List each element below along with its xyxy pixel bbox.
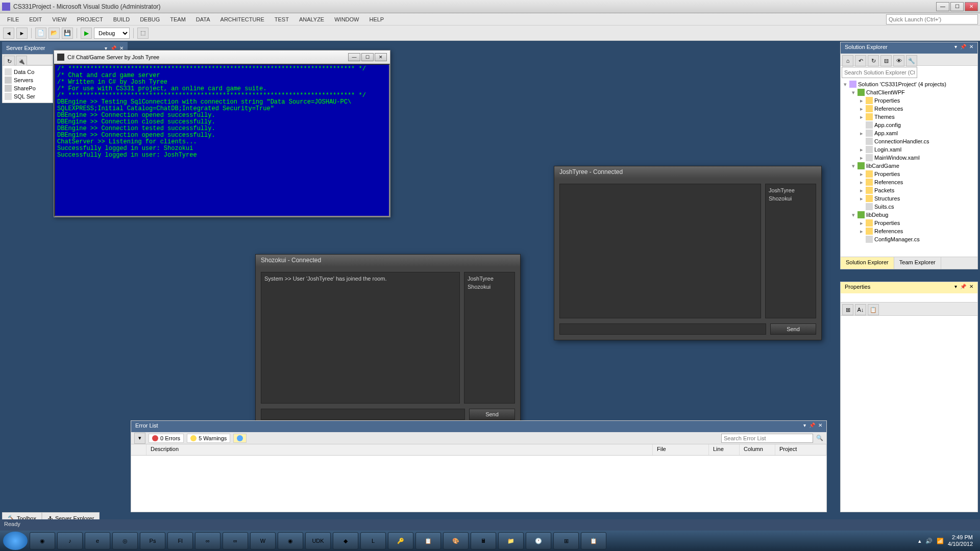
chat-user-item[interactable]: Shozokui — [768, 194, 814, 203]
close-icon[interactable]: ✕ — [969, 284, 973, 292]
taskbar-app-steam[interactable]: ◉ — [30, 532, 55, 549]
start-debug-button[interactable]: ▶ — [81, 28, 92, 39]
menu-build[interactable]: BUILD — [108, 15, 135, 24]
taskbar-app-itunes[interactable]: ♪ — [57, 532, 83, 549]
taskbar-app[interactable]: ∞ — [223, 532, 248, 549]
pane-dropdown-icon[interactable]: ▾ — [803, 422, 806, 431]
expand-icon[interactable]: ▸ — [859, 220, 864, 227]
taskbar-app[interactable]: 🕐 — [526, 532, 551, 549]
tree-item[interactable]: ▸Login.xaml — [843, 145, 975, 154]
back-icon[interactable]: ↶ — [855, 55, 866, 66]
menu-file[interactable]: FILE — [2, 15, 24, 24]
filter-dropdown[interactable]: ▾ — [134, 433, 145, 444]
chat-user-item[interactable]: JoshTyree — [768, 186, 814, 194]
tree-item[interactable]: App.config — [843, 121, 975, 129]
taskbar-app[interactable]: 🎨 — [443, 532, 469, 549]
menu-debug[interactable]: DEBUG — [135, 15, 165, 24]
taskbar-app-photoshop[interactable]: Ps — [140, 532, 165, 549]
console-minimize-button[interactable]: — — [348, 53, 360, 61]
chat-titlebar[interactable]: JoshTyree - Connected — [554, 166, 821, 179]
tree-item[interactable]: ▾libCardGame — [843, 162, 975, 170]
close-button[interactable]: ✕ — [965, 2, 978, 11]
volume-icon[interactable]: 🔊 — [925, 538, 933, 544]
taskbar-app-explorer[interactable]: 📁 — [498, 532, 524, 549]
chat-input[interactable] — [261, 409, 465, 420]
categorize-icon[interactable]: ⊞ — [842, 304, 853, 315]
menu-window[interactable]: WINDOW — [329, 15, 364, 24]
expand-icon[interactable]: ▸ — [859, 187, 864, 194]
send-button[interactable]: Send — [469, 409, 515, 420]
menu-edit[interactable]: EDIT — [24, 15, 47, 24]
chat-titlebar[interactable]: Shozokui - Connected — [256, 255, 520, 267]
properties-icon[interactable]: 🔧 — [906, 55, 917, 66]
save-button[interactable]: 💾 — [62, 28, 73, 39]
collapse-icon[interactable]: ⊟ — [880, 55, 892, 66]
col-line[interactable]: Line — [709, 444, 740, 455]
open-button[interactable]: 📂 — [48, 28, 60, 39]
tree-item[interactable]: ▸Properties — [843, 96, 975, 105]
taskbar-app[interactable]: ⊞ — [553, 532, 579, 549]
taskbar-app[interactable]: 📋 — [581, 532, 606, 549]
menu-analyze[interactable]: ANALYZE — [294, 15, 329, 24]
show-all-icon[interactable]: 👁 — [893, 55, 904, 66]
taskbar-app-chrome[interactable]: ◎ — [112, 532, 138, 549]
tab-team-explorer[interactable]: Team Explorer — [894, 257, 941, 269]
tree-item[interactable]: ▸Structures — [843, 194, 975, 203]
col-icon[interactable] — [131, 444, 146, 455]
taskbar-app-calc[interactable]: 🖩 — [471, 532, 496, 549]
solution-root[interactable]: ▾ Solution 'CS331Project' (4 projects) — [843, 80, 975, 88]
expand-icon[interactable]: ▸ — [859, 171, 864, 178]
tree-item[interactable]: ▸Packets — [843, 186, 975, 194]
chat-user-item[interactable]: Shozokui — [467, 283, 512, 291]
tree-item[interactable]: SharePo — [5, 84, 51, 92]
expand-icon[interactable]: ▾ — [851, 89, 856, 96]
taskbar-app-unity[interactable]: ◆ — [333, 532, 358, 549]
taskbar-app-udk[interactable]: UDK — [305, 532, 331, 549]
chat-messages[interactable]: System >> User 'JoshTyree' has joined th… — [261, 272, 460, 404]
expand-icon[interactable]: ▾ — [851, 212, 856, 218]
menu-help[interactable]: HELP — [364, 15, 389, 24]
network-icon[interactable]: 📶 — [937, 538, 944, 544]
new-button[interactable]: 📄 — [35, 28, 46, 39]
tree-item[interactable]: ConfigManager.cs — [843, 235, 975, 243]
expand-icon[interactable]: ▸ — [859, 195, 864, 202]
taskbar-app[interactable]: 📋 — [415, 532, 441, 549]
expand-icon[interactable]: ▸ — [859, 146, 864, 153]
error-search-input[interactable] — [721, 434, 813, 443]
solution-search-input[interactable] — [842, 67, 917, 78]
menu-team[interactable]: TEAM — [165, 15, 191, 24]
messages-filter[interactable] — [233, 434, 247, 443]
menu-data[interactable]: DATA — [191, 15, 215, 24]
expand-icon[interactable]: ▸ — [859, 106, 864, 112]
config-select[interactable]: Debug — [94, 28, 130, 39]
console-titlebar[interactable]: C# Chat/Game Server by Josh Tyree — ☐ ✕ — [54, 51, 390, 64]
tree-item[interactable]: ▾ChatClientWPF — [843, 88, 975, 96]
console-output[interactable]: /* *************************************… — [54, 64, 390, 217]
tree-item[interactable]: ▸References — [843, 105, 975, 113]
tree-item[interactable]: Servers — [5, 76, 51, 84]
toolbar-button[interactable]: ⬚ — [137, 28, 149, 39]
col-file[interactable]: File — [653, 444, 709, 455]
sort-icon[interactable]: A↓ — [855, 304, 866, 315]
menu-project[interactable]: PROJECT — [71, 15, 108, 24]
pane-dropdown-icon[interactable]: ▾ — [954, 284, 957, 292]
taskbar-app-vs[interactable]: ∞ — [195, 532, 220, 549]
minimize-button[interactable]: — — [936, 2, 949, 11]
send-button[interactable]: Send — [770, 323, 816, 335]
expand-icon[interactable]: ▸ — [859, 228, 864, 235]
tree-item[interactable]: ▸Properties — [843, 219, 975, 227]
start-button[interactable] — [3, 532, 28, 550]
tree-item[interactable]: ▸Properties — [843, 170, 975, 178]
chat-user-item[interactable]: JoshTyree — [467, 274, 512, 283]
expand-icon[interactable]: ▸ — [859, 155, 864, 161]
tray-expand-icon[interactable]: ▴ — [918, 538, 921, 544]
col-project[interactable]: Project — [775, 444, 826, 455]
menu-test[interactable]: TEST — [270, 15, 294, 24]
chat-input[interactable] — [559, 323, 766, 335]
menu-architecture[interactable]: ARCHITECTURE — [215, 15, 270, 24]
col-description[interactable]: Description — [146, 444, 653, 455]
col-column[interactable]: Column — [740, 444, 775, 455]
console-close-button[interactable]: ✕ — [375, 53, 387, 61]
tree-item[interactable]: Data Co — [5, 68, 51, 76]
system-clock[interactable]: 2:49 PM 4/10/2012 — [948, 534, 977, 547]
